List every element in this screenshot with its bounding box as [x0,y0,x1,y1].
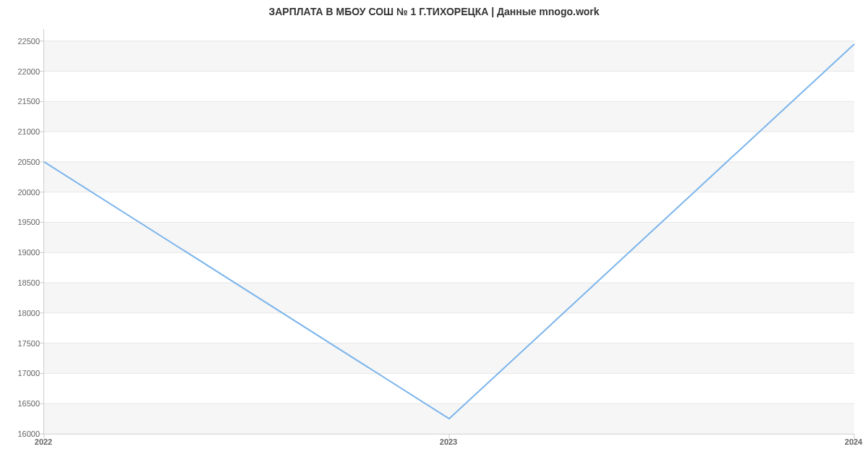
grid-band [44,373,854,403]
y-tick-label: 17500 [17,339,40,348]
plot-area [43,29,854,435]
chart-svg [44,29,854,434]
grid-band [44,222,854,252]
x-tick-label: 2023 [440,437,457,446]
y-tick-label: 19000 [17,248,40,257]
grid-band [44,192,854,223]
grid-band [44,72,854,102]
grid-band [44,252,854,283]
grid-band [44,343,854,374]
chart-container: ЗАРПЛАТА В МБОУ СОШ № 1 Г.ТИХОРЕЦКА | Да… [0,0,868,470]
y-tick-label: 20500 [17,158,40,166]
chart-title: ЗАРПЛАТА В МБОУ СОШ № 1 Г.ТИХОРЕЦКА | Да… [0,6,868,17]
x-tick-label: 2022 [35,437,52,446]
grid-band [44,283,854,313]
y-tick-label: 18000 [17,309,40,317]
grid-band [44,162,854,192]
y-tick-label: 16500 [17,399,40,408]
y-tick-label: 20000 [17,188,40,197]
y-tick-label: 17000 [17,369,40,377]
x-tick-label: 2024 [845,437,862,446]
grid-band [44,41,854,72]
y-tick-label: 21000 [17,127,40,136]
y-tick-label: 22000 [17,67,40,76]
y-tick-label: 22500 [17,37,40,46]
y-tick-label: 21500 [17,97,40,106]
grid-band [44,313,854,343]
grid-band [44,101,854,132]
y-tick-label: 18500 [17,278,40,287]
y-tick-label: 19500 [17,218,40,226]
